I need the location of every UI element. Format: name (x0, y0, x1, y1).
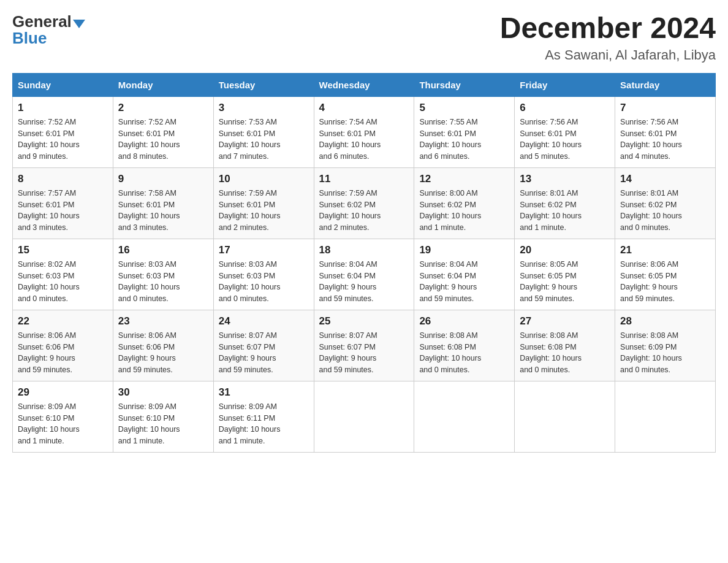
calendar-cell: 20Sunrise: 8:05 AMSunset: 6:05 PMDayligh… (515, 239, 615, 310)
day-number: 26 (419, 315, 509, 327)
day-info: Sunrise: 7:52 AMSunset: 6:01 PMDaylight:… (18, 117, 108, 163)
day-info: Sunrise: 7:56 AMSunset: 6:01 PMDaylight:… (520, 117, 610, 163)
day-info: Sunrise: 7:58 AMSunset: 6:01 PMDaylight:… (118, 188, 208, 234)
day-number: 6 (520, 102, 610, 114)
calendar-cell: 28Sunrise: 8:08 AMSunset: 6:09 PMDayligh… (615, 310, 716, 381)
calendar-cell: 7Sunrise: 7:56 AMSunset: 6:01 PMDaylight… (615, 96, 716, 167)
calendar-cell: 19Sunrise: 8:04 AMSunset: 6:04 PMDayligh… (414, 239, 515, 310)
calendar-cell (414, 381, 515, 452)
day-number: 17 (219, 244, 309, 256)
day-info: Sunrise: 8:07 AMSunset: 6:07 PMDaylight:… (319, 330, 409, 376)
day-number: 21 (620, 244, 710, 256)
day-number: 14 (620, 173, 710, 185)
calendar-cell: 22Sunrise: 8:06 AMSunset: 6:06 PMDayligh… (13, 310, 113, 381)
day-number: 9 (118, 173, 208, 185)
day-number: 25 (319, 315, 409, 327)
day-header-thursday: Thursday (414, 73, 515, 96)
day-info: Sunrise: 8:01 AMSunset: 6:02 PMDaylight:… (620, 188, 710, 234)
day-header-sunday: Sunday (13, 73, 113, 96)
day-info: Sunrise: 8:08 AMSunset: 6:08 PMDaylight:… (419, 330, 509, 376)
calendar-cell: 17Sunrise: 8:03 AMSunset: 6:03 PMDayligh… (213, 239, 314, 310)
day-info: Sunrise: 8:03 AMSunset: 6:03 PMDaylight:… (219, 259, 309, 305)
day-number: 2 (118, 102, 208, 114)
calendar-cell: 24Sunrise: 8:07 AMSunset: 6:07 PMDayligh… (213, 310, 314, 381)
day-number: 8 (18, 173, 108, 185)
day-info: Sunrise: 8:09 AMSunset: 6:10 PMDaylight:… (18, 401, 108, 447)
calendar-cell: 18Sunrise: 8:04 AMSunset: 6:04 PMDayligh… (314, 239, 414, 310)
day-header-tuesday: Tuesday (213, 73, 314, 96)
day-number: 24 (219, 315, 309, 327)
day-info: Sunrise: 8:06 AMSunset: 6:06 PMDaylight:… (118, 330, 208, 376)
calendar-cell: 11Sunrise: 7:59 AMSunset: 6:02 PMDayligh… (314, 167, 414, 239)
day-number: 4 (319, 102, 409, 114)
calendar-week-row: 1Sunrise: 7:52 AMSunset: 6:01 PMDaylight… (13, 96, 716, 167)
calendar-cell: 14Sunrise: 8:01 AMSunset: 6:02 PMDayligh… (615, 167, 716, 239)
calendar-cell (615, 381, 716, 452)
calendar-cell: 16Sunrise: 8:03 AMSunset: 6:03 PMDayligh… (113, 239, 213, 310)
day-number: 18 (319, 244, 409, 256)
day-number: 12 (419, 173, 509, 185)
calendar-title: December 2024 (500, 12, 716, 45)
calendar-cell: 6Sunrise: 7:56 AMSunset: 6:01 PMDaylight… (515, 96, 615, 167)
calendar-week-row: 29Sunrise: 8:09 AMSunset: 6:10 PMDayligh… (13, 381, 716, 452)
calendar-cell: 31Sunrise: 8:09 AMSunset: 6:11 PMDayligh… (213, 381, 314, 452)
calendar-cell: 25Sunrise: 8:07 AMSunset: 6:07 PMDayligh… (314, 310, 414, 381)
logo-blue-text: Blue (12, 29, 47, 48)
day-info: Sunrise: 7:56 AMSunset: 6:01 PMDaylight:… (620, 117, 710, 163)
day-header-wednesday: Wednesday (314, 73, 414, 96)
day-number: 7 (620, 102, 710, 114)
day-number: 3 (219, 102, 309, 114)
day-number: 27 (520, 315, 610, 327)
calendar-cell: 9Sunrise: 7:58 AMSunset: 6:01 PMDaylight… (113, 167, 213, 239)
calendar-cell: 23Sunrise: 8:06 AMSunset: 6:06 PMDayligh… (113, 310, 213, 381)
day-header-monday: Monday (113, 73, 213, 96)
day-number: 23 (118, 315, 208, 327)
day-number: 15 (18, 244, 108, 256)
day-info: Sunrise: 8:04 AMSunset: 6:04 PMDaylight:… (419, 259, 509, 305)
title-block: December 2024 As Sawani, Al Jafarah, Lib… (500, 12, 716, 63)
calendar-cell: 26Sunrise: 8:08 AMSunset: 6:08 PMDayligh… (414, 310, 515, 381)
day-number: 22 (18, 315, 108, 327)
day-info: Sunrise: 8:00 AMSunset: 6:02 PMDaylight:… (419, 188, 509, 234)
day-info: Sunrise: 8:01 AMSunset: 6:02 PMDaylight:… (520, 188, 610, 234)
calendar-cell: 12Sunrise: 8:00 AMSunset: 6:02 PMDayligh… (414, 167, 515, 239)
day-info: Sunrise: 7:55 AMSunset: 6:01 PMDaylight:… (419, 117, 509, 163)
calendar-cell: 13Sunrise: 8:01 AMSunset: 6:02 PMDayligh… (515, 167, 615, 239)
calendar-week-row: 15Sunrise: 8:02 AMSunset: 6:03 PMDayligh… (13, 239, 716, 310)
day-header-saturday: Saturday (615, 73, 716, 96)
page-header: General Blue December 2024 As Sawani, Al… (12, 12, 716, 63)
calendar-cell: 29Sunrise: 8:09 AMSunset: 6:10 PMDayligh… (13, 381, 113, 452)
day-info: Sunrise: 8:04 AMSunset: 6:04 PMDaylight:… (319, 259, 409, 305)
day-info: Sunrise: 7:54 AMSunset: 6:01 PMDaylight:… (319, 117, 409, 163)
logo-arrow-icon (73, 20, 85, 28)
day-number: 16 (118, 244, 208, 256)
calendar-cell: 15Sunrise: 8:02 AMSunset: 6:03 PMDayligh… (13, 239, 113, 310)
day-info: Sunrise: 7:53 AMSunset: 6:01 PMDaylight:… (219, 117, 309, 163)
calendar-cell: 21Sunrise: 8:06 AMSunset: 6:05 PMDayligh… (615, 239, 716, 310)
calendar-cell (314, 381, 414, 452)
calendar-cell: 1Sunrise: 7:52 AMSunset: 6:01 PMDaylight… (13, 96, 113, 167)
day-info: Sunrise: 8:02 AMSunset: 6:03 PMDaylight:… (18, 259, 108, 305)
day-info: Sunrise: 8:09 AMSunset: 6:11 PMDaylight:… (219, 401, 309, 447)
day-number: 28 (620, 315, 710, 327)
day-info: Sunrise: 8:06 AMSunset: 6:06 PMDaylight:… (18, 330, 108, 376)
day-number: 30 (118, 386, 208, 399)
calendar-subtitle: As Sawani, Al Jafarah, Libya (500, 47, 716, 63)
calendar-cell: 2Sunrise: 7:52 AMSunset: 6:01 PMDaylight… (113, 96, 213, 167)
day-number: 29 (18, 386, 108, 399)
day-number: 1 (18, 102, 108, 114)
day-number: 13 (520, 173, 610, 185)
calendar-cell: 3Sunrise: 7:53 AMSunset: 6:01 PMDaylight… (213, 96, 314, 167)
calendar-cell: 8Sunrise: 7:57 AMSunset: 6:01 PMDaylight… (13, 167, 113, 239)
day-info: Sunrise: 7:59 AMSunset: 6:02 PMDaylight:… (319, 188, 409, 234)
calendar-week-row: 22Sunrise: 8:06 AMSunset: 6:06 PMDayligh… (13, 310, 716, 381)
logo: General Blue (12, 12, 85, 48)
day-info: Sunrise: 8:09 AMSunset: 6:10 PMDaylight:… (118, 401, 208, 447)
calendar-cell: 30Sunrise: 8:09 AMSunset: 6:10 PMDayligh… (113, 381, 213, 452)
calendar-body: 1Sunrise: 7:52 AMSunset: 6:01 PMDaylight… (13, 96, 716, 452)
day-number: 11 (319, 173, 409, 185)
day-info: Sunrise: 8:07 AMSunset: 6:07 PMDaylight:… (219, 330, 309, 376)
calendar-table: SundayMondayTuesdayWednesdayThursdayFrid… (12, 73, 716, 453)
day-info: Sunrise: 7:52 AMSunset: 6:01 PMDaylight:… (118, 117, 208, 163)
day-number: 10 (219, 173, 309, 185)
